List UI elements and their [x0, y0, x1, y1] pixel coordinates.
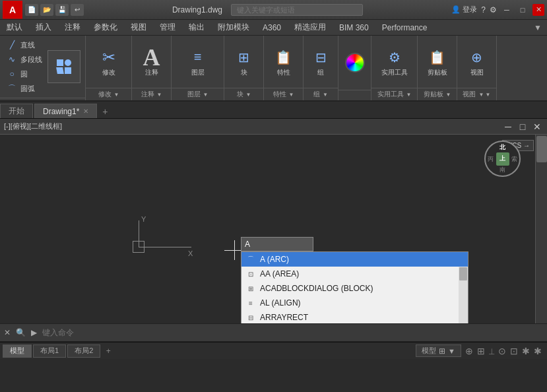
- command-search-button[interactable]: 🔍: [16, 328, 26, 337]
- block-tool[interactable]: ⊞ 块: [231, 47, 257, 77]
- osnap-toggle-icon[interactable]: ⊡: [510, 346, 518, 356]
- modify-content: ✂ 修改: [86, 36, 131, 88]
- menu-addons[interactable]: 附加模块: [211, 20, 256, 34]
- clipboard-tool[interactable]: 📋 剪贴板: [424, 47, 451, 77]
- color-wheel-icon[interactable]: [345, 53, 365, 73]
- basepoint-label: 视图: [470, 68, 484, 77]
- login-button[interactable]: 👤 登录: [451, 5, 477, 15]
- autocomplete-item-2[interactable]: ⊞ ACADBLOCKDIALOG (BLOCK): [241, 281, 468, 296]
- polar-toggle-icon[interactable]: ⊙: [498, 346, 506, 356]
- properties-group-label[interactable]: 特性 ▼: [264, 88, 303, 100]
- menu-manage[interactable]: 管理: [153, 20, 182, 34]
- compass-widget: 北 南 索 丙 上 WCS →: [502, 137, 534, 151]
- menu-insert[interactable]: 插入: [29, 20, 58, 34]
- undo-icon[interactable]: ↩: [71, 4, 84, 16]
- tab-start[interactable]: 开始: [0, 104, 33, 118]
- menu-annotate[interactable]: 注释: [58, 20, 87, 34]
- layers-expand-icon: ▼: [203, 92, 209, 98]
- status-tab-model[interactable]: 模型: [3, 344, 32, 358]
- canvas-title: [-][俯视][二维线框]: [4, 121, 62, 131]
- dropdown-scroll-thumb: [459, 267, 467, 280]
- scroll-thumb: [536, 136, 547, 162]
- vertical-scrollbar[interactable]: [535, 135, 547, 323]
- command-search-input[interactable]: [231, 4, 363, 16]
- compass-east: 索: [511, 154, 517, 163]
- groups-content: ⊟ 组: [304, 36, 338, 88]
- modify-group-label[interactable]: 修改 ▼: [86, 88, 131, 100]
- canvas-close-button[interactable]: ✕: [531, 121, 543, 133]
- open-file-icon[interactable]: 📂: [40, 4, 53, 16]
- basepoint-group-label[interactable]: 视图 ▼ ▼: [457, 88, 496, 100]
- menu-featured[interactable]: 精选应用: [288, 20, 333, 34]
- modify-tool[interactable]: ✂ 修改: [96, 47, 122, 77]
- layers-tool[interactable]: ≡ 图层: [185, 47, 211, 77]
- autocomplete-input[interactable]: A: [241, 237, 313, 251]
- polyline-tool[interactable]: ∿ 多段线: [5, 53, 44, 66]
- compass-south: 南: [499, 166, 505, 174]
- annotation-tool[interactable]: A 注释: [139, 47, 165, 77]
- more-draw-tools[interactable]: [48, 50, 80, 83]
- layers-group-label[interactable]: 图层 ▼: [172, 88, 224, 100]
- arc-tool[interactable]: ⌒ 圆弧: [5, 82, 44, 95]
- utilities-tool[interactable]: ⚙ 实用工具: [381, 47, 408, 77]
- autocomplete-item-3[interactable]: ≡ AL (ALIGN): [241, 296, 468, 310]
- compass[interactable]: 北 南 索 丙 上: [484, 141, 521, 177]
- save-icon[interactable]: 💾: [55, 4, 69, 16]
- block-expand-icon: ▼: [246, 92, 251, 98]
- ortho-toggle-icon[interactable]: ⟂: [489, 346, 494, 356]
- menu-parametric[interactable]: 参数化: [87, 20, 124, 34]
- tab-close-icon[interactable]: ✕: [83, 108, 88, 115]
- block-group-label[interactable]: 块 ▼: [224, 88, 263, 100]
- navigation-icon-1[interactable]: ✱: [522, 346, 530, 356]
- menu-bim360[interactable]: BIM 360: [333, 22, 375, 34]
- navigation-icon-2[interactable]: ✱: [534, 346, 542, 356]
- annotation-group-label[interactable]: 注释 ▼: [132, 88, 171, 100]
- dropdown-scrollbar[interactable]: ▼: [459, 267, 468, 323]
- tab-add-button[interactable]: +: [98, 105, 112, 118]
- ribbon-expand-icon[interactable]: ▼: [534, 23, 542, 32]
- status-model-button[interactable]: 模型 ⊞ ▼: [416, 344, 461, 357]
- canvas-restore-button[interactable]: □: [517, 121, 529, 133]
- title-bar-icons: 📄 📂 💾 ↩: [25, 4, 84, 16]
- circle-tool[interactable]: ○ 圆: [5, 67, 44, 81]
- menu-view[interactable]: 视图: [124, 20, 153, 34]
- menu-output[interactable]: 输出: [182, 20, 211, 34]
- tab-drawing1[interactable]: Drawing1* ✕: [34, 104, 97, 118]
- canvas-area[interactable]: X Y A ⌒ A (ARC) ⊡ AA (AREA) ⊞ ACADBLOCKD…: [0, 135, 535, 323]
- view-expand-icon: ▼ ▼: [478, 92, 490, 98]
- compass-top-view[interactable]: 上: [496, 152, 509, 166]
- minimize-button[interactable]: ─: [501, 4, 513, 16]
- status-tab-layout2[interactable]: 布局2: [67, 344, 100, 358]
- new-file-icon[interactable]: 📄: [25, 4, 38, 16]
- menu-default[interactable]: 默认: [0, 20, 29, 34]
- clipboard-group-label[interactable]: 剪贴板 ▼: [418, 88, 457, 100]
- close-button[interactable]: ✕: [532, 4, 544, 16]
- command-arrow-button[interactable]: ▶: [31, 328, 37, 337]
- modify-label: 修改: [102, 68, 115, 77]
- clipboard-icon: 📋: [427, 47, 448, 68]
- utilities-group-label[interactable]: 实用工具 ▼: [371, 88, 417, 100]
- autocomplete-item-4[interactable]: ⊟ ARRAYRECT: [241, 310, 468, 323]
- ribbon: ╱ 直线 ∿ 多段线 ○ 圆 ⌒ 圆弧: [0, 36, 547, 102]
- groups-group-label[interactable]: 组 ▼: [304, 88, 338, 100]
- command-input[interactable]: [42, 328, 543, 337]
- menu-a360[interactable]: A360: [256, 22, 288, 34]
- line-tool[interactable]: ╱ 直线: [5, 38, 44, 51]
- command-close-button[interactable]: ✕: [4, 328, 11, 337]
- settings-icon[interactable]: ⚙: [490, 5, 497, 15]
- snap-icon: ▼: [448, 347, 455, 355]
- properties-tool[interactable]: 📋 特性: [271, 47, 297, 77]
- status-tab-add[interactable]: +: [102, 344, 115, 358]
- snap-toggle-icon[interactable]: ⊕: [465, 346, 473, 356]
- basepoint-icon: ⊕: [467, 47, 488, 68]
- help-icon[interactable]: ?: [481, 5, 486, 15]
- status-tab-layout1[interactable]: 布局1: [33, 344, 66, 358]
- grid-toggle-icon[interactable]: ⊞: [477, 346, 485, 356]
- maximize-button[interactable]: □: [517, 4, 529, 16]
- autocomplete-item-0[interactable]: ⌒ A (ARC): [241, 252, 468, 267]
- basepoint-tool[interactable]: ⊕ 视图: [464, 47, 490, 77]
- canvas-minimize-button[interactable]: ─: [502, 121, 514, 133]
- menu-performance[interactable]: Performance: [375, 22, 434, 34]
- autocomplete-item-1[interactable]: ⊡ AA (AREA): [241, 267, 468, 281]
- group-tool[interactable]: ⊟ 组: [307, 47, 334, 77]
